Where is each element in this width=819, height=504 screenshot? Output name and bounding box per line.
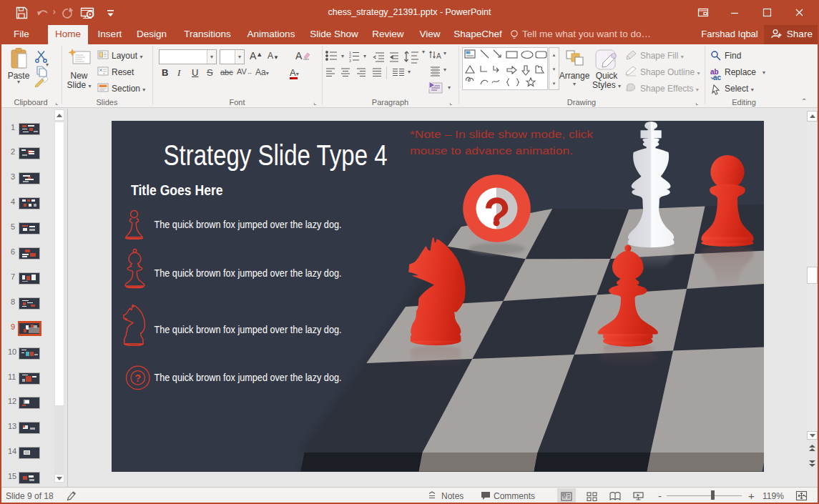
svg-text:mouse to advance animation.: mouse to advance animation. (410, 144, 573, 157)
svg-text:A: A (295, 50, 303, 61)
svg-text:The quick brown fox jumped ove: The quick brown fox jumped over the lazy… (154, 323, 341, 335)
svg-text:Title Goes Here: Title Goes Here (131, 182, 223, 198)
svg-text:A: A (436, 52, 441, 60)
svg-text:Strategy Slide Type 4: Strategy Slide Type 4 (163, 139, 387, 171)
svg-text:The quick brown fox jumped ove: The quick brown fox jumped over the lazy… (154, 218, 341, 230)
svg-text:The quick brown fox jumped ove: The quick brown fox jumped over the lazy… (154, 267, 341, 279)
svg-text:?: ? (134, 372, 141, 384)
svg-text:*Note – In slide show mode, cl: *Note – In slide show mode, click (410, 128, 593, 140)
svg-text:ac: ac (713, 74, 722, 81)
svg-text:The quick brown fox jumped ove: The quick brown fox jumped over the lazy… (154, 371, 341, 383)
svg-text:3: 3 (349, 59, 351, 63)
